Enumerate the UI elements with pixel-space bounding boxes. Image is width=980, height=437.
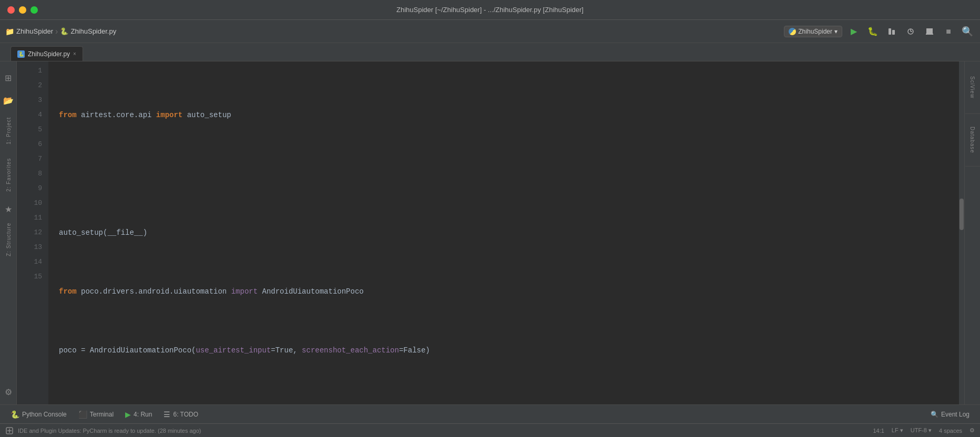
event-log-button[interactable]: 🔍 Event Log — [925, 409, 975, 420]
profile-button[interactable] — [903, 24, 918, 39]
scroll-thumb[interactable] — [959, 199, 964, 230]
editor-scrollbar[interactable] — [959, 61, 964, 404]
todo-icon: ☰ — [164, 410, 170, 419]
run-button-bottom[interactable]: ▶ 4: Run — [120, 408, 157, 421]
terminal-label: Terminal — [90, 411, 114, 418]
line-num-7: 7 — [17, 152, 42, 167]
svg-rect-1 — [892, 30, 895, 35]
window-controls[interactable] — [7, 6, 38, 14]
status-position[interactable]: 14:1 — [873, 428, 884, 434]
svg-rect-0 — [889, 28, 891, 35]
line-num-15: 15 — [17, 269, 42, 284]
svg-marker-5 — [926, 28, 933, 34]
sidebar-item-favorites[interactable]: 2: Favorites — [1, 154, 16, 196]
editor-area: 1 2 3 4 5 6 7 8 9 10 11 12 13 14 15 fro — [17, 61, 964, 404]
build-button[interactable] — [922, 24, 937, 39]
tab-file-icon: 🐍 — [17, 50, 25, 58]
line-num-3: 3 — [17, 93, 42, 108]
svg-rect-6 — [926, 34, 933, 35]
python-icon — [789, 28, 796, 35]
run-config-selector[interactable]: ZhihuSpider ▾ — [784, 26, 842, 37]
line-num-1: 1 — [17, 64, 42, 78]
code-line-2 — [59, 167, 959, 181]
tab-label: ZhihuSpider.py — [28, 50, 70, 58]
sidebar-icons: ⊞ 📂 — [1, 67, 16, 108]
event-log-label: Event Log — [941, 411, 969, 418]
run-with-coverage-button[interactable] — [884, 24, 899, 39]
line-num-4: 4 — [17, 108, 42, 122]
terminal-icon: ⬛ — [78, 410, 87, 419]
run-label-bottom: 4: Run — [134, 411, 152, 418]
sidebar-icon-settings[interactable]: ⚙ — [3, 385, 14, 399]
line-num-6: 6 — [17, 137, 42, 152]
file-icon: 🐍 — [60, 27, 68, 35]
tab-bar: 🐍 ZhihuSpider.py × — [0, 43, 980, 61]
code-editor[interactable]: 1 2 3 4 5 6 7 8 9 10 11 12 13 14 15 fro — [17, 61, 964, 404]
python-console-button[interactable]: 🐍 Python Console — [5, 408, 72, 421]
python-console-label: Python Console — [22, 411, 67, 418]
breadcrumb-project[interactable]: ZhihuSpider — [16, 27, 53, 35]
debug-button[interactable]: 🐛 — [865, 24, 880, 39]
file-tab[interactable]: 🐍 ZhihuSpider.py × — [11, 46, 83, 61]
status-indent[interactable]: 4 spaces — [939, 428, 962, 434]
stop-button[interactable]: ■ — [941, 24, 956, 39]
toolbar-right: ZhihuSpider ▾ ▶ 🐛 ■ 🔍 — [784, 24, 975, 39]
line-num-2: 2 — [17, 78, 42, 93]
update-icon — [5, 426, 14, 435]
run-button[interactable]: ▶ — [846, 24, 861, 39]
sidebar-icon-folder[interactable]: 📂 — [1, 93, 16, 108]
status-line-ending[interactable]: LF ▾ — [892, 427, 903, 434]
maximize-button[interactable] — [30, 6, 38, 14]
minimize-button[interactable] — [19, 6, 26, 14]
breadcrumb-separator: › — [55, 27, 58, 36]
status-settings-icon[interactable]: ⚙ — [969, 427, 975, 434]
code-line-4: from poco.drivers.android.uiautomation i… — [59, 284, 959, 299]
bottom-toolbar: 🐍 Python Console ⬛ Terminal ▶ 4: Run ☰ 6… — [0, 404, 980, 423]
python-console-icon: 🐍 — [11, 410, 19, 419]
code-line-3: auto_setup( __file__ ) — [59, 225, 959, 240]
breadcrumb-file[interactable]: ZhihuSpider.py — [70, 27, 116, 35]
left-sidebar: ⊞ 📂 1: Project 2: Favorites ★ Z: Structu… — [0, 61, 17, 404]
line-num-10: 10 — [17, 196, 42, 211]
line-num-11: 11 — [17, 211, 42, 225]
folder-icon: 📁 — [5, 27, 14, 36]
tab-close-button[interactable]: × — [73, 51, 76, 57]
code-line-5: poco = AndroidUiautomationPoco( use_airt… — [59, 343, 959, 358]
window-title: ZhihuSpider [~/ZhihuSpider] - .../ZhihuS… — [396, 6, 584, 14]
sidebar-icon-star[interactable]: ★ — [3, 202, 14, 216]
sidebar-item-sciview[interactable]: SciView — [965, 61, 980, 114]
status-update-message: IDE and Plugin Updates: PyCharm is ready… — [18, 428, 201, 434]
run-config-dropdown-icon: ▾ — [834, 28, 838, 35]
breadcrumb: 📁 ZhihuSpider › 🐍 ZhihuSpider.py — [5, 27, 116, 36]
sidebar-item-project[interactable]: 1: Project — [1, 110, 16, 152]
run-config-label: ZhihuSpider — [798, 28, 832, 35]
line-num-14: 14 — [17, 255, 42, 269]
line-num-9: 9 — [17, 181, 42, 196]
main-content: ⊞ 📂 1: Project 2: Favorites ★ Z: Structu… — [0, 61, 980, 404]
todo-button[interactable]: ☰ 6: TODO — [158, 408, 203, 421]
sidebar-icon-layout[interactable]: ⊞ — [3, 71, 14, 85]
search-button[interactable]: 🔍 — [960, 24, 975, 39]
event-log-icon: 🔍 — [931, 411, 938, 418]
code-content[interactable]: from airtest.core.api import auto_setup … — [48, 61, 959, 404]
line-numbers: 1 2 3 4 5 6 7 8 9 10 11 12 13 14 15 — [17, 61, 48, 404]
status-encoding[interactable]: UTF-8 ▾ — [911, 427, 932, 434]
close-button[interactable] — [7, 6, 15, 14]
sidebar-item-database[interactable]: Database — [965, 114, 980, 167]
line-num-5: 5 — [17, 122, 42, 137]
code-line-1: from airtest.core.api import auto_setup — [59, 108, 959, 122]
terminal-button[interactable]: ⬛ Terminal — [73, 408, 119, 421]
line-num-13: 13 — [17, 240, 42, 255]
sidebar-item-structure[interactable]: Z: Structure — [1, 218, 16, 261]
toolbar: 📁 ZhihuSpider › 🐍 ZhihuSpider.py ZhihuSp… — [0, 20, 980, 43]
status-bar: IDE and Plugin Updates: PyCharm is ready… — [0, 423, 980, 437]
title-bar: ZhihuSpider [~/ZhihuSpider] - .../ZhihuS… — [0, 0, 980, 20]
status-right: 14:1 LF ▾ UTF-8 ▾ 4 spaces ⚙ — [873, 427, 975, 434]
todo-label: 6: TODO — [173, 411, 198, 418]
run-icon-bottom: ▶ — [125, 410, 131, 419]
line-num-12: 12 — [17, 225, 42, 240]
line-num-8: 8 — [17, 167, 42, 181]
status-left: IDE and Plugin Updates: PyCharm is ready… — [5, 426, 201, 435]
right-sidebar: SciView Database — [964, 61, 980, 404]
